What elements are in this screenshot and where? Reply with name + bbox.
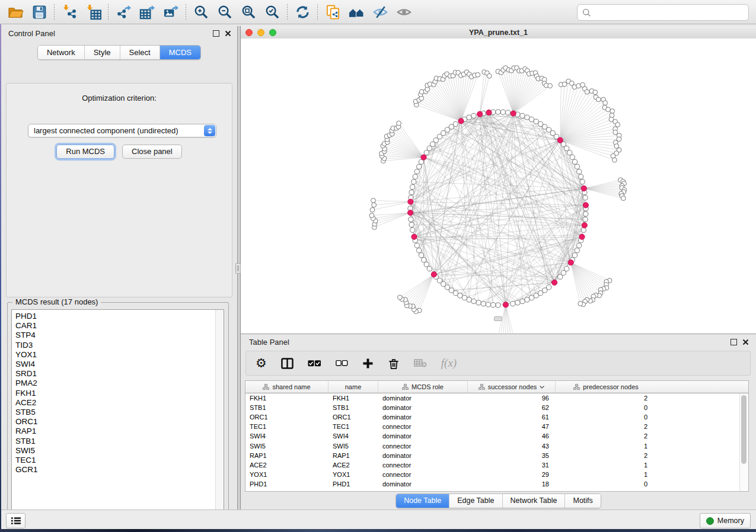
mcds-result-item[interactable]: RAP1 (15, 427, 224, 436)
tab-style[interactable]: Style (85, 46, 120, 59)
table-row[interactable]: TEC1TEC1connector472 (245, 422, 748, 431)
close-panel-icon[interactable] (225, 30, 231, 37)
network-split-handle[interactable] (494, 316, 502, 321)
memory-button[interactable]: Memory (700, 513, 751, 528)
mcds-result-item[interactable]: CAR1 (15, 321, 224, 331)
mcds-list-scrollbar[interactable] (215, 310, 224, 517)
table-cell: dominator (378, 404, 468, 411)
table-cell: 2 (556, 452, 656, 459)
network-node (417, 164, 422, 169)
mcds-result-list[interactable]: PHD1CAR1STP4TID3YOX1SWI4SRD1PMA2FKH1ACE2… (12, 310, 224, 475)
mcds-result-item[interactable]: SWI4 (15, 360, 224, 369)
table-scrollbar[interactable] (739, 393, 748, 491)
network-canvas[interactable] (241, 39, 756, 333)
network-node (543, 124, 547, 129)
mcds-result-item[interactable]: GCR1 (15, 465, 224, 475)
tab-select[interactable]: Select (120, 46, 160, 59)
mcds-result-item[interactable]: TEC1 (15, 456, 224, 465)
open-file-button[interactable] (4, 2, 27, 22)
mcds-result-item[interactable]: ORC1 (15, 417, 224, 427)
close-panel-button[interactable]: Close panel (122, 145, 182, 159)
run-mcds-button[interactable]: Run MCDS (56, 145, 114, 159)
add-column-button[interactable] (362, 358, 374, 369)
network-node (621, 196, 626, 201)
table-row[interactable]: STB1STB1dominator620 (245, 403, 748, 412)
column-header-shared-name[interactable]: shared name (245, 381, 328, 393)
column-header-successor-nodes[interactable]: successor nodes (468, 381, 556, 393)
search-box[interactable] (577, 4, 749, 21)
zoom-out-button[interactable] (213, 2, 237, 22)
tab-network-table[interactable]: Network Table (503, 494, 566, 508)
close-table-panel-icon[interactable] (742, 339, 749, 345)
table-row[interactable]: YOX1YOX1connector291 (245, 470, 748, 479)
network-graph-svg[interactable] (241, 39, 756, 333)
first-neighbors-button[interactable] (344, 2, 368, 22)
zoom-fit-button[interactable] (237, 2, 260, 22)
import-network-button[interactable] (58, 2, 81, 22)
float-table-panel-icon[interactable] (731, 339, 737, 345)
delete-column-button[interactable] (388, 357, 400, 370)
column-header-label: successor nodes (488, 383, 537, 390)
network-window-titlebar[interactable]: YPA_prune.txt_1 (241, 26, 756, 39)
mcds-result-item[interactable]: SRD1 (15, 369, 224, 379)
mcds-result-item[interactable]: STP4 (15, 331, 224, 340)
toolbar-icon-group (4, 0, 416, 24)
column-header-MCDS-role[interactable]: MCDS role (378, 381, 468, 393)
select-all-button[interactable] (308, 360, 321, 367)
network-node (570, 155, 575, 159)
mcds-result-item[interactable]: SWI5 (15, 446, 224, 456)
network-node (585, 89, 589, 94)
tab-motifs[interactable]: Motifs (565, 494, 600, 508)
table-row[interactable]: FKH1FKH1dominator962 (245, 393, 748, 403)
network-node (414, 243, 419, 248)
search-input[interactable] (591, 7, 748, 18)
control-panel-titlebar: Control Panel (1, 26, 237, 41)
table-scrollbar-thumb[interactable] (741, 395, 747, 464)
mcds-result-item[interactable]: STB5 (15, 408, 224, 417)
network-node (581, 227, 586, 232)
export-table-button[interactable] (135, 2, 159, 22)
criterion-select[interactable]: largest connected component (undirected) (28, 124, 216, 137)
table-row[interactable]: ACE2ACE2connector311 (245, 460, 748, 470)
hide-selected-button[interactable] (368, 2, 392, 22)
column-header-predecessor-nodes[interactable]: predecessor nodes (556, 381, 656, 393)
mcds-result-item[interactable]: YOX1 (15, 350, 224, 360)
table-row[interactable]: PHD1PHD1dominator180 (245, 479, 748, 489)
table-cell: 0 (556, 480, 656, 488)
panel-menu-button[interactable] (6, 513, 25, 528)
network-node (506, 110, 511, 115)
panel-divider-handle[interactable] (235, 263, 241, 274)
table-cell: dominator (378, 480, 468, 488)
tab-edge-table[interactable]: Edge Table (449, 494, 502, 508)
tab-node-table[interactable]: Node Table (396, 494, 449, 508)
table-row[interactable]: SWI5SWI5connector431 (245, 441, 748, 450)
column-header-label: shared name (272, 383, 310, 390)
mcds-result-item[interactable]: FKH1 (15, 389, 224, 398)
mcds-result-item[interactable]: TID3 (15, 341, 224, 350)
export-network-button[interactable] (111, 2, 135, 22)
split-columns-button[interactable] (281, 358, 294, 369)
column-header-name[interactable]: name (328, 381, 378, 393)
mcds-result-item[interactable]: PMA2 (15, 379, 224, 388)
tab-network[interactable]: Network (38, 46, 85, 59)
zoom-in-button[interactable] (189, 2, 213, 22)
deselect-all-button[interactable] (336, 360, 348, 367)
save-session-button[interactable] (27, 2, 51, 22)
settings-button[interactable]: ⚙ (256, 357, 267, 369)
float-panel-icon[interactable] (213, 30, 219, 37)
show-all-button[interactable] (392, 2, 416, 22)
import-table-button[interactable] (81, 2, 105, 22)
tab-mcds[interactable]: MCDS (160, 46, 200, 59)
table-row[interactable]: SWI4SWI4dominator462 (245, 431, 748, 441)
mcds-result-item[interactable]: ACE2 (15, 398, 224, 408)
zoom-selected-button[interactable] (260, 2, 284, 22)
mcds-result-item[interactable]: STB1 (15, 437, 224, 446)
node-table-header: shared namenameMCDS rolesuccessor nodesp… (245, 381, 748, 393)
table-row[interactable]: RAP1RAP1dominator352 (245, 451, 748, 460)
duplicate-network-button[interactable] (321, 2, 344, 22)
export-image-button[interactable] (159, 2, 183, 22)
table-row[interactable]: ORC1ORC1dominator610 (245, 412, 748, 422)
mcds-result-item[interactable]: PHD1 (15, 312, 224, 321)
refresh-network-button[interactable] (291, 2, 314, 22)
network-node (529, 296, 534, 300)
